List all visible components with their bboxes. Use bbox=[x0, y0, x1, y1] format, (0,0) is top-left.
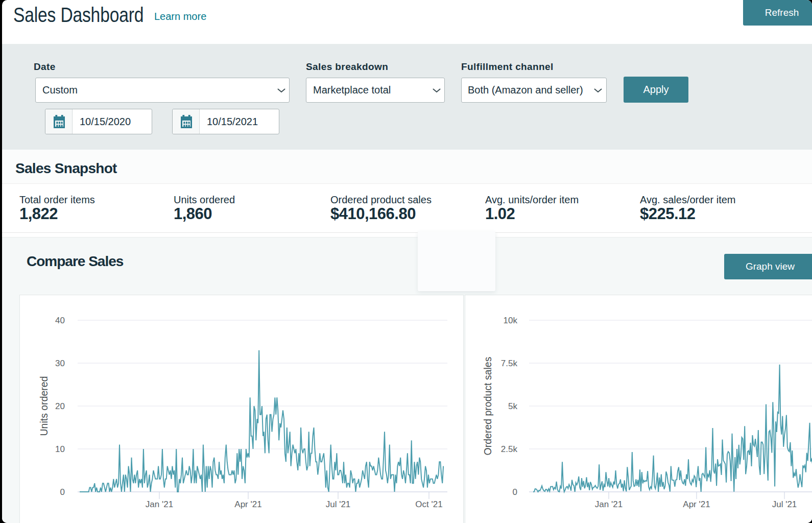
svg-text:Jul '21: Jul '21 bbox=[772, 500, 797, 509]
svg-text:Units ordered: Units ordered bbox=[38, 376, 50, 436]
svg-text:2.5k: 2.5k bbox=[501, 444, 518, 454]
svg-text:20: 20 bbox=[55, 401, 65, 411]
svg-text:Oct '21: Oct '21 bbox=[415, 500, 442, 509]
svg-text:7.5k: 7.5k bbox=[501, 359, 518, 368]
svg-text:Apr '21: Apr '21 bbox=[234, 500, 261, 509]
svg-text:10k: 10k bbox=[504, 316, 518, 325]
svg-text:0: 0 bbox=[513, 487, 517, 497]
svg-text:Jul '21: Jul '21 bbox=[326, 500, 351, 509]
svg-text:5k: 5k bbox=[508, 401, 517, 411]
svg-text:10: 10 bbox=[55, 444, 65, 454]
svg-text:30: 30 bbox=[55, 359, 65, 368]
svg-text:Apr '21: Apr '21 bbox=[683, 500, 710, 509]
svg-text:40: 40 bbox=[55, 316, 65, 325]
svg-text:Jan '21: Jan '21 bbox=[146, 500, 173, 509]
svg-text:0: 0 bbox=[60, 487, 65, 497]
svg-text:Ordered product sales: Ordered product sales bbox=[482, 356, 493, 455]
svg-text:Jan '21: Jan '21 bbox=[595, 500, 623, 509]
